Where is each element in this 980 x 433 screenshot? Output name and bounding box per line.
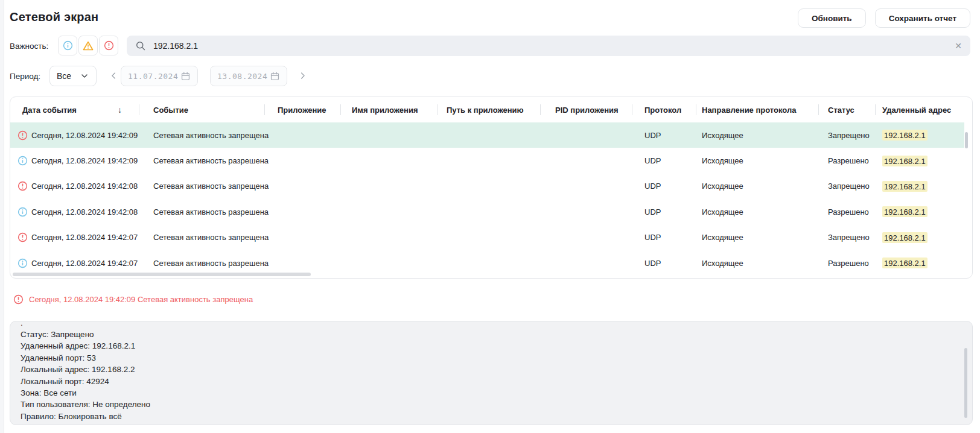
event-date: Сегодня, 12.08.2024 19:42:09 [31,131,138,140]
table-body: Сегодня, 12.08.2024 19:42:09Сетевая акти… [10,122,972,276]
error-icon [18,130,28,141]
column-header-9[interactable]: Статус [818,97,875,122]
table-row[interactable]: Сегодня, 12.08.2024 19:42:07Сетевая акти… [10,225,964,250]
error-icon [104,40,114,51]
remote-address-match: 192.168.2.1 [882,258,928,268]
events-table: Дата события↓СобытиеПриложениеИмя прилож… [10,96,973,279]
cell-direction: Исходящее [702,131,743,140]
column-header-8[interactable]: Направление протокола [696,97,818,122]
detail-lines: Статус: ЗапрещеноУдаленный адрес: 192.16… [21,329,960,422]
table-row[interactable]: Сегодня, 12.08.2024 19:42:07Сетевая акти… [10,250,964,276]
detail-line: Тип пользователя: Не определено [21,399,960,410]
calendar-icon [180,71,191,81]
cell-event: Сетевая активность запрещена [153,233,269,242]
cell-event: Сетевая активность запрещена [153,182,269,191]
page-title: Сетевой экран [10,10,98,24]
period-label: Период: [10,72,40,81]
table-horizontal-scrollbar[interactable] [13,273,311,276]
table-row[interactable]: Сегодня, 12.08.2024 19:42:09Сетевая акти… [10,122,964,148]
clear-search-icon[interactable]: ✕ [955,42,962,50]
chevron-down-icon [80,71,89,81]
column-header-3[interactable]: Приложение [264,97,340,122]
column-header-6[interactable]: PID приложения [540,97,632,122]
sort-descending-icon[interactable]: ↓ [118,105,122,115]
left-edge-divider [0,0,4,433]
error-icon [13,294,24,305]
cell-event: Сетевая активность разрешена [153,207,269,216]
column-header-4[interactable]: Имя приложения [340,97,437,122]
cell-status: Разрешено [828,207,869,216]
info-icon [63,40,73,51]
column-divider [139,104,139,115]
previous-period-button[interactable] [109,71,118,80]
search-bar: ✕ [127,36,970,56]
event-date: Сегодня, 12.08.2024 19:42:08 [31,207,138,216]
severity-filter-info-button[interactable] [58,36,77,55]
detail-line: Локальный порт: 42924 [21,376,960,387]
column-divider [264,104,265,115]
period-select-value: Все [57,71,71,81]
column-header-10[interactable]: Удаленный адрес [875,97,973,122]
event-date: Сегодня, 12.08.2024 19:42:09 [31,156,138,165]
selected-event-summary: Сегодня, 12.08.2024 19:42:09 Сетевая акт… [13,294,253,305]
column-label: Путь к приложению [447,106,524,115]
column-divider [818,104,819,115]
column-divider [437,104,438,115]
table-row[interactable]: Сегодня, 12.08.2024 19:42:08Сетевая акти… [10,174,964,199]
cell-event: Сетевая активность разрешена [153,259,269,268]
detail-line: Статус: Запрещено [21,329,960,340]
cell-status: Разрешено [828,259,869,268]
clipped-detail-line: . [21,324,960,329]
cell-status: Запрещено [828,233,870,242]
selected-event-title: Сегодня, 12.08.2024 19:42:09 Сетевая акт… [29,295,253,304]
date-from-input[interactable]: 11.07.2024 [121,66,198,86]
detail-line: Правило: Блокировать всё [21,411,960,422]
detail-line: Удаленный порт: 53 [21,352,960,364]
cell-protocol: UDP [644,207,661,216]
severity-filter-warning-button[interactable] [78,36,98,55]
severity-filter-group [58,36,118,55]
save-report-button[interactable]: Сохранить отчет [875,8,970,28]
date-to-input[interactable]: 13.08.2024 [210,66,287,86]
search-icon [135,40,146,51]
date-to-value: 13.08.2024 [217,72,267,81]
remote-address-match: 192.168.2.1 [882,130,928,141]
table-vertical-scrollbar[interactable] [965,132,968,148]
next-period-button[interactable] [298,71,307,80]
remote-address-match: 192.168.2.1 [882,206,928,217]
column-label: Приложение [278,106,326,115]
info-icon [18,207,28,217]
column-header-2[interactable]: Событие [139,97,264,122]
period-select[interactable]: Все [49,66,97,86]
table-row[interactable]: Сегодня, 12.08.2024 19:42:08Сетевая акти… [10,199,964,224]
cell-protocol: UDP [644,182,661,191]
severity-label: Важность: [10,42,48,51]
cell-direction: Исходящее [702,182,743,191]
column-divider [340,104,341,115]
table-row[interactable]: Сегодня, 12.08.2024 19:42:09Сетевая акти… [10,148,964,173]
column-divider [696,104,696,115]
error-icon [18,232,28,242]
cell-direction: Исходящее [702,156,743,165]
details-vertical-scrollbar[interactable] [964,348,967,418]
column-label: Имя приложения [352,106,418,115]
column-divider [540,104,541,115]
search-input[interactable] [152,40,955,51]
cell-protocol: UDP [644,156,661,165]
refresh-button[interactable]: Обновить [798,8,866,28]
date-from-value: 11.07.2024 [128,72,178,81]
error-icon [18,181,28,191]
column-header-7[interactable]: Протокол [632,97,696,122]
column-label: Статус [828,106,854,115]
cell-event: Сетевая активность разрешена [153,156,269,165]
column-divider [875,104,876,115]
column-header-1[interactable]: Дата события↓ [10,97,139,122]
column-label: Протокол [644,106,681,115]
column-header-5[interactable]: Путь к приложению [437,97,540,122]
event-details-panel: . Статус: ЗапрещеноУдаленный адрес: 192.… [10,321,973,425]
column-divider [632,104,632,115]
cell-direction: Исходящее [702,207,743,216]
cell-direction: Исходящее [702,259,743,268]
header-actions: Обновить Сохранить отчет [798,8,970,28]
severity-filter-error-button[interactable] [99,36,118,55]
